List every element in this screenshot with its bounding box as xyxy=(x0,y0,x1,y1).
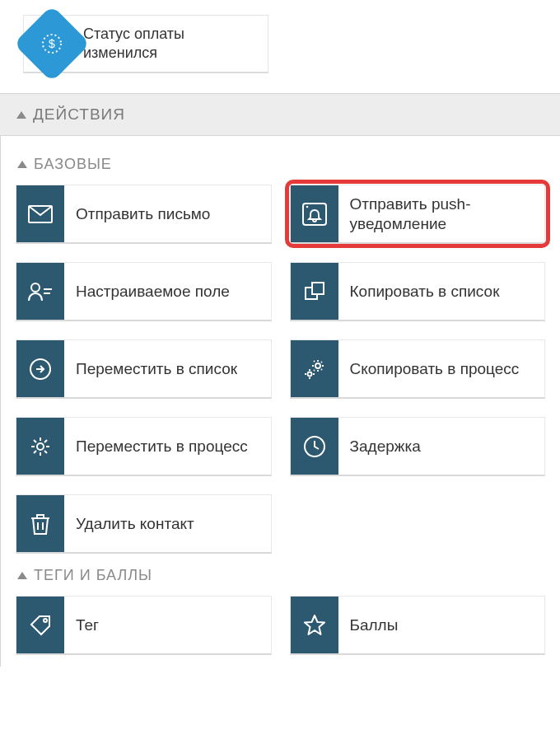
group-basic-grid: Отправить письмо Отправить push-уведомле… xyxy=(12,185,548,554)
action-tag[interactable]: Тег xyxy=(16,596,272,655)
action-label: Настраиваемое поле xyxy=(64,263,241,320)
user-lines-icon xyxy=(16,263,64,320)
group-basic-header[interactable]: БАЗОВЫЕ xyxy=(12,143,548,185)
action-label: Скопировать в процесс xyxy=(338,340,531,397)
action-copy-to-process[interactable]: Скопировать в процесс xyxy=(290,339,546,399)
svg-point-12 xyxy=(307,372,311,376)
action-points[interactable]: Баллы xyxy=(290,596,546,655)
action-custom-field[interactable]: Настраиваемое поле xyxy=(16,262,272,321)
svg-point-5 xyxy=(31,283,40,292)
svg-text:$: $ xyxy=(49,37,55,50)
action-label: Отправить письмо xyxy=(64,185,222,242)
section-title: ДЕЙСТВИЯ xyxy=(33,105,125,124)
collapse-up-icon xyxy=(16,111,26,119)
trash-icon xyxy=(16,495,64,552)
section-body: БАЗОВЫЕ Отправить письмо Отправить push-… xyxy=(0,136,560,667)
action-label: Тег xyxy=(64,597,110,653)
action-delay[interactable]: Задержка xyxy=(290,417,546,476)
svg-point-11 xyxy=(315,363,320,368)
event-label: Статус оплаты изменился xyxy=(80,18,268,70)
action-copy-to-list[interactable]: Копировать в список xyxy=(290,262,546,321)
clock-icon xyxy=(291,418,338,475)
action-send-push[interactable]: Отправить push-уведомление xyxy=(290,185,546,244)
action-label: Удалить контакт xyxy=(64,495,206,552)
action-label: Переместить в список xyxy=(64,340,249,397)
action-label: Баллы xyxy=(338,597,410,653)
collapse-up-icon xyxy=(17,161,27,168)
svg-rect-9 xyxy=(312,283,324,294)
star-icon xyxy=(291,597,338,653)
svg-point-4 xyxy=(306,205,308,208)
group-title: БАЗОВЫЕ xyxy=(34,156,112,173)
collapse-up-icon xyxy=(17,572,27,579)
action-delete-contact[interactable]: Удалить контакт xyxy=(16,494,272,554)
tag-icon xyxy=(16,597,64,653)
copy-icon xyxy=(291,263,338,320)
action-label: Отправить push-уведомление xyxy=(338,185,545,242)
action-label: Задержка xyxy=(338,418,432,475)
action-label: Переместить в процесс xyxy=(64,418,259,475)
group-tags-grid: Тег Баллы xyxy=(12,596,548,655)
section-actions-header[interactable]: ДЕЙСТВИЯ xyxy=(0,93,560,136)
event-tile-payment-status[interactable]: $ Статус оплаты изменился xyxy=(23,15,268,73)
action-label: Копировать в список xyxy=(338,263,511,320)
action-move-to-list[interactable]: Переместить в список xyxy=(16,339,272,399)
svg-point-15 xyxy=(44,619,47,622)
envelope-icon xyxy=(16,185,64,242)
group-tags-header[interactable]: ТЕГИ И БАЛЛЫ xyxy=(12,554,548,596)
dollar-diamond-icon: $ xyxy=(24,16,80,72)
action-move-to-process[interactable]: Переместить в процесс xyxy=(16,417,272,476)
svg-point-13 xyxy=(37,443,44,450)
action-send-email[interactable]: Отправить письмо xyxy=(16,185,272,244)
bell-window-icon xyxy=(291,185,338,242)
gears-icon xyxy=(291,340,338,397)
arrow-right-circle-icon xyxy=(16,340,64,397)
events-area: $ Статус оплаты изменился xyxy=(0,0,560,93)
gear-icon xyxy=(16,418,64,475)
group-title: ТЕГИ И БАЛЛЫ xyxy=(34,567,152,584)
